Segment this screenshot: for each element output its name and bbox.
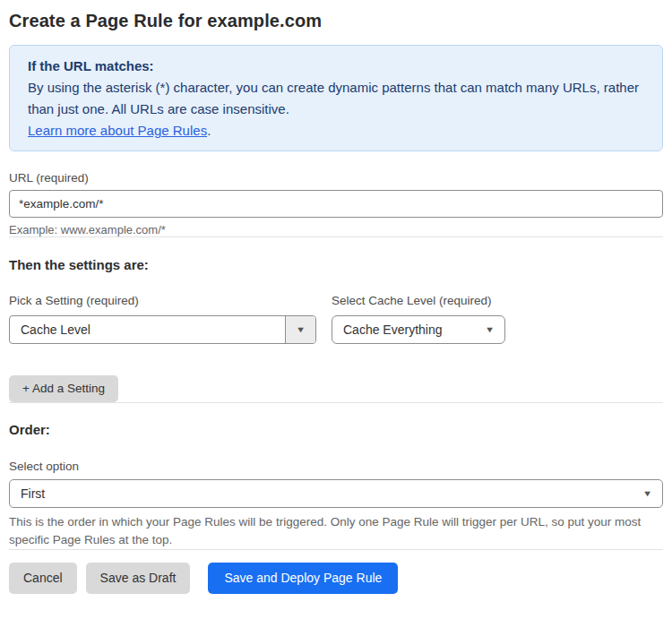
cache-level-value: Cache Everything bbox=[332, 322, 474, 337]
setting-picker-group: Pick a Setting (required) Cache Level ▼ bbox=[9, 294, 316, 344]
url-example-helper: Example: www.example.com/* bbox=[9, 223, 663, 236]
chevron-down-icon: ▼ bbox=[296, 326, 306, 334]
order-value: First bbox=[10, 486, 632, 501]
info-box-body: By using the asterisk (*) character, you… bbox=[28, 77, 644, 120]
info-box-link-line: Learn more about Page Rules. bbox=[28, 120, 644, 142]
info-box-heading: If the URL matches: bbox=[28, 56, 644, 77]
url-input[interactable] bbox=[9, 190, 663, 218]
add-setting-button[interactable]: + Add a Setting bbox=[9, 375, 118, 402]
order-select-label: Select option bbox=[9, 460, 663, 473]
order-helper-text: This is the order in which your Page Rul… bbox=[9, 513, 654, 549]
setting-picker-value: Cache Level bbox=[10, 322, 285, 337]
setting-picker-label: Pick a Setting (required) bbox=[9, 294, 316, 307]
cache-level-picker-group: Select Cache Level (required) Cache Ever… bbox=[332, 294, 505, 344]
settings-section-heading: Then the settings are: bbox=[9, 257, 663, 272]
cancel-button[interactable]: Cancel bbox=[9, 563, 77, 594]
settings-pickers-row: Pick a Setting (required) Cache Level ▼ … bbox=[9, 294, 663, 344]
setting-picker-dropdown[interactable]: Cache Level ▼ bbox=[9, 315, 316, 344]
save-and-deploy-button[interactable]: Save and Deploy Page Rule bbox=[208, 563, 398, 594]
link-period: . bbox=[207, 123, 211, 138]
chevron-down-icon: ▼ bbox=[474, 326, 504, 334]
url-field-label: URL (required) bbox=[9, 171, 663, 185]
cache-level-dropdown[interactable]: Cache Everything ▼ bbox=[332, 315, 505, 344]
save-as-draft-button[interactable]: Save as Draft bbox=[86, 563, 191, 594]
dropdown-arrow-button[interactable]: ▼ bbox=[285, 316, 315, 343]
order-section-heading: Order: bbox=[9, 422, 663, 437]
order-dropdown[interactable]: First ▼ bbox=[9, 479, 663, 508]
page-title: Create a Page Rule for example.com bbox=[9, 11, 663, 31]
url-match-info-box: If the URL matches: By using the asteris… bbox=[9, 45, 663, 151]
chevron-down-icon: ▼ bbox=[632, 490, 662, 498]
learn-more-link[interactable]: Learn more about Page Rules bbox=[28, 123, 207, 138]
footer-actions: Cancel Save as Draft Save and Deploy Pag… bbox=[9, 563, 663, 594]
cache-level-picker-label: Select Cache Level (required) bbox=[332, 294, 505, 307]
footer-divider bbox=[9, 549, 663, 550]
section-divider bbox=[9, 236, 663, 237]
section-divider bbox=[9, 402, 663, 403]
